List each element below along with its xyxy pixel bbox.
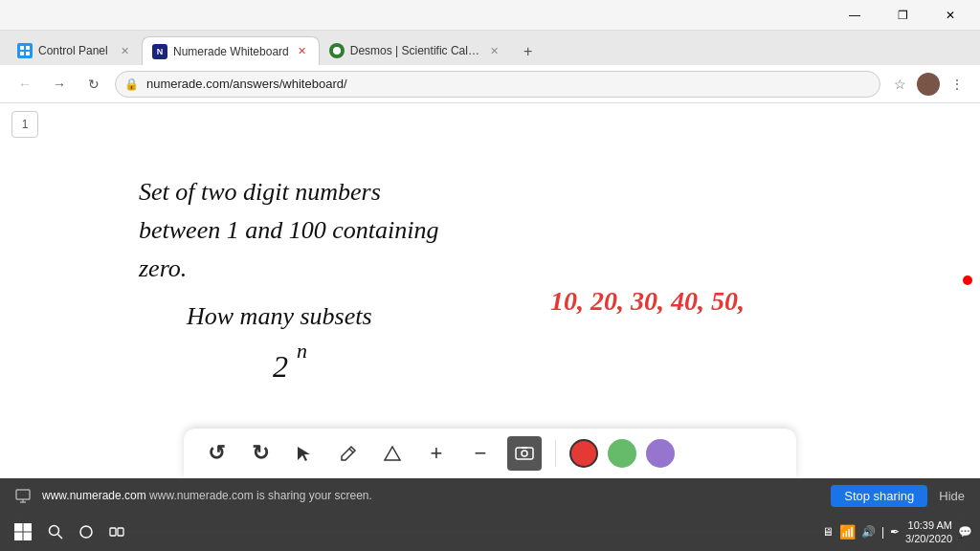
tab-control-panel[interactable]: Control Panel ✕ <box>8 36 142 65</box>
sharing-message-text: www.numerade.com is sharing your screen. <box>149 489 372 502</box>
back-button[interactable]: ← <box>11 71 38 98</box>
datetime-display[interactable]: 10:39 AM 3/20/2020 <box>905 518 952 546</box>
svg-marker-14 <box>298 447 310 461</box>
minimize-button[interactable]: — <box>833 0 877 31</box>
forward-button[interactable]: → <box>46 71 73 98</box>
svg-line-15 <box>349 449 353 452</box>
system-tray: 🖥 📶 🔊 | ✒ 10:39 AM 3/20/2020 💬 <box>822 518 972 546</box>
svg-rect-26 <box>24 533 33 541</box>
refresh-button[interactable]: ↻ <box>80 71 107 98</box>
svg-text:between  1  and  100  containi: between 1 and 100 containing <box>139 216 438 244</box>
taskbar-battery-icon[interactable]: | <box>881 525 884 539</box>
svg-rect-24 <box>24 523 33 532</box>
start-button[interactable] <box>8 517 38 547</box>
cursor-button[interactable] <box>287 436 322 471</box>
search-icon <box>48 524 63 540</box>
hide-button[interactable]: Hide <box>939 489 965 503</box>
svg-rect-20 <box>16 490 30 499</box>
svg-rect-17 <box>516 448 533 459</box>
window-controls: — ❐ ✕ <box>833 0 972 31</box>
lock-icon: 🔒 <box>124 77 139 91</box>
tabs-bar: Control Panel ✕ N Numerade Whiteboard ✕ … <box>0 31 980 65</box>
color-red[interactable] <box>569 439 598 468</box>
time-display: 10:39 AM 3/20/2020 <box>905 518 952 546</box>
svg-rect-23 <box>14 523 23 532</box>
svg-text:2: 2 <box>273 349 288 384</box>
color-purple[interactable] <box>646 439 675 468</box>
svg-text:n: n <box>297 339 307 363</box>
svg-point-18 <box>522 451 527 456</box>
svg-text:How  many  subsets: How many subsets <box>186 302 372 330</box>
tab-numerade-whiteboard[interactable]: N Numerade Whiteboard ✕ <box>142 36 320 65</box>
title-bar: — ❐ ✕ <box>0 0 980 31</box>
svg-point-27 <box>50 526 59 536</box>
notification-button[interactable]: 💬 <box>958 525 972 539</box>
svg-rect-1 <box>26 46 30 50</box>
svg-text:zero.: zero. <box>138 254 187 282</box>
profile-avatar[interactable] <box>917 73 940 96</box>
task-view-icon <box>109 524 124 540</box>
add-button[interactable]: + <box>419 436 454 471</box>
restore-button[interactable]: ❐ <box>880 0 924 31</box>
taskbar-monitor-icon[interactable]: 🖥 <box>822 525 834 539</box>
new-tab-button[interactable]: + <box>515 38 542 65</box>
svg-line-28 <box>58 535 63 540</box>
remove-button[interactable]: − <box>463 436 498 471</box>
taskbar-volume-icon[interactable]: 🔊 <box>861 525 876 539</box>
svg-rect-2 <box>20 52 24 55</box>
color-green[interactable] <box>608 439 636 468</box>
screenshot-button[interactable] <box>507 436 542 471</box>
svg-rect-0 <box>20 46 24 50</box>
tab-icon-desmos <box>329 43 345 58</box>
svg-rect-31 <box>118 528 123 536</box>
page-indicator: 1 <box>11 111 38 138</box>
svg-point-5 <box>924 77 932 85</box>
sharing-bar: www.numerade.com www.numerade.com is sha… <box>0 478 980 513</box>
bottom-toolbar: ↺ ↻ + − <box>184 429 796 478</box>
cortana-button[interactable] <box>73 517 100 547</box>
svg-rect-3 <box>26 52 30 55</box>
svg-point-4 <box>333 47 341 55</box>
red-dot-indicator <box>963 276 972 285</box>
taskbar-pen-icon[interactable]: ✒ <box>890 525 900 539</box>
svg-rect-19 <box>522 447 527 449</box>
taskbar: 🖥 📶 🔊 | ✒ 10:39 AM 3/20/2020 💬 <box>0 513 980 551</box>
tab-icon-control <box>17 43 33 58</box>
task-view-button[interactable] <box>103 517 130 547</box>
tab-close-control[interactable]: ✕ <box>118 44 132 58</box>
tab-close-numerade[interactable]: ✕ <box>295 44 309 58</box>
menu-icon[interactable]: ⋮ <box>946 73 969 96</box>
svg-point-29 <box>80 526 92 538</box>
tab-icon-numerade: N <box>152 44 167 59</box>
address-actions: ☆ ⋮ <box>888 73 969 96</box>
tab-close-desmos[interactable]: ✕ <box>487 44 501 58</box>
browser-content: 1 Set of two digit numbers between 1 and… <box>0 103 980 478</box>
svg-rect-30 <box>110 528 116 536</box>
sharing-icon <box>15 488 31 503</box>
redo-button[interactable]: ↻ <box>243 436 278 471</box>
toolbar-separator <box>555 440 556 467</box>
sharing-domain: www.numerade.com <box>42 489 146 502</box>
pen-button[interactable] <box>331 436 366 471</box>
stop-sharing-button[interactable]: Stop sharing <box>831 485 927 507</box>
address-wrapper: 🔒 <box>115 71 880 98</box>
svg-rect-25 <box>14 533 23 541</box>
close-button[interactable]: ✕ <box>928 0 972 31</box>
svg-marker-16 <box>385 447 400 460</box>
shape-button[interactable] <box>375 436 410 471</box>
address-bar: ← → ↻ 🔒 ☆ ⋮ <box>0 65 980 103</box>
svg-text:Set  of  two  digit  numbers: Set of two digit numbers <box>139 178 381 206</box>
tab-title-control: Control Panel <box>38 44 112 57</box>
tab-title-numerade: Numerade Whiteboard <box>173 45 289 58</box>
tab-desmos[interactable]: Desmos | Scientific Calculator ✕ <box>320 36 511 65</box>
undo-button[interactable]: ↺ <box>199 436 234 471</box>
taskbar-wifi-icon[interactable]: 📶 <box>839 524 856 540</box>
star-icon[interactable]: ☆ <box>888 73 911 96</box>
windows-icon <box>13 522 33 541</box>
svg-point-6 <box>922 86 935 94</box>
tab-title-desmos: Desmos | Scientific Calculator <box>350 44 481 57</box>
search-taskbar-button[interactable] <box>42 517 69 547</box>
url-input[interactable] <box>115 71 880 98</box>
svg-text:10, 20, 30, 40, 50,: 10, 20, 30, 40, 50, <box>550 286 745 316</box>
whiteboard-svg: Set of two digit numbers between 1 and 1… <box>0 103 980 478</box>
